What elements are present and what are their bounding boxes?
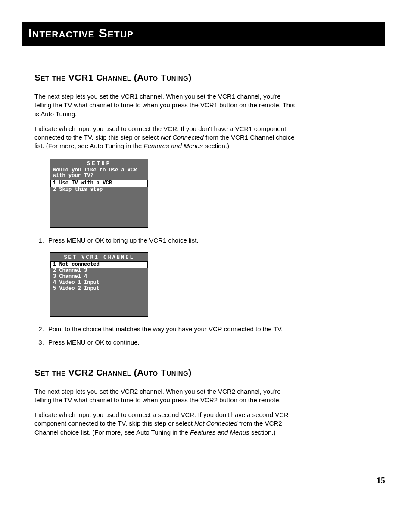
osd-item-label: Channel 3: [59, 268, 87, 274]
osd-padding: [50, 193, 148, 227]
osd-item: 4 Video 1 Input: [50, 280, 148, 286]
osd-item-number: 1: [53, 261, 56, 268]
osd-item-number: 5: [53, 286, 56, 292]
osd-item-label: Skip this step: [59, 187, 103, 193]
osd-title: SETUP: [50, 159, 148, 168]
step-2: Point to the choice that matches the way…: [46, 324, 299, 333]
osd-item-label: Not connected: [59, 261, 100, 268]
osd-item-label: Video 1 Input: [59, 280, 100, 286]
osd-prompt: Would you like to use a VCR with your TV…: [50, 168, 148, 180]
steps-list-part2: Point to the choice that matches the way…: [34, 324, 299, 347]
osd-item-number: 3: [53, 274, 56, 280]
osd-item: 5 Video 2 Input: [50, 286, 148, 292]
section1-para2: Indicate which input you used to connect…: [34, 124, 299, 151]
osd-item: 3 Channel 4: [50, 274, 148, 280]
osd-item: 2 Skip this step: [50, 187, 148, 193]
osd-setup-menu: SETUP Would you like to use a VCR with y…: [50, 159, 148, 228]
osd-set-vcr1-channel: SET VCR1 CHANNEL 1 Not connected 2 Chann…: [50, 252, 148, 317]
section-heading-vcr1: Set the VCR1 Channel (Auto Tuning): [34, 72, 299, 83]
osd-title: SET VCR1 CHANNEL: [50, 253, 148, 261]
italic-not-connected: Not Connected: [194, 420, 237, 427]
section-heading-vcr2: Set the VCR2 Channel (Auto Tuning): [34, 367, 299, 378]
osd-item-number: 1: [53, 180, 56, 186]
osd-item-number: 2: [53, 187, 56, 193]
page-number: 15: [22, 476, 385, 485]
osd-padding: [50, 292, 148, 316]
section1-para1: The next step lets you set the VCR1 chan…: [34, 92, 299, 118]
page-title-bar: Interactive Setup: [22, 22, 385, 46]
osd-item-label: Use TV with a VCR: [59, 180, 112, 186]
section2-para1: The next step lets you set the VCR2 chan…: [34, 387, 299, 405]
italic-features-menus: Features and Menus: [143, 142, 203, 149]
section2-para2: Indicate which input you used to connect…: [34, 411, 299, 437]
text-fragment: section.): [203, 142, 229, 149]
step-3: Press MENU or OK to continue.: [46, 338, 299, 347]
step-1: Press MENU or OK to bring up the VCR1 ch…: [46, 236, 299, 245]
osd-item-selected: 1 Not connected: [50, 261, 148, 268]
osd-item-selected: 1 Use TV with a VCR: [50, 180, 148, 187]
osd-item-number: 2: [53, 268, 56, 274]
osd-item-label: Channel 4: [59, 274, 87, 280]
italic-features-menus: Features and Menus: [190, 429, 249, 436]
manual-page: Interactive Setup Set the VCR1 Channel (…: [0, 0, 411, 503]
osd-item-number: 4: [53, 280, 56, 286]
osd-item: 2 Channel 3: [50, 268, 148, 274]
osd-item-label: Video 2 Input: [59, 286, 100, 292]
italic-not-connected: Not Connected: [161, 134, 204, 141]
page-content: Set the VCR1 Channel (Auto Tuning) The n…: [22, 72, 385, 437]
steps-list-part1: Press MENU or OK to bring up the VCR1 ch…: [34, 236, 299, 245]
text-fragment: section.): [249, 429, 276, 436]
